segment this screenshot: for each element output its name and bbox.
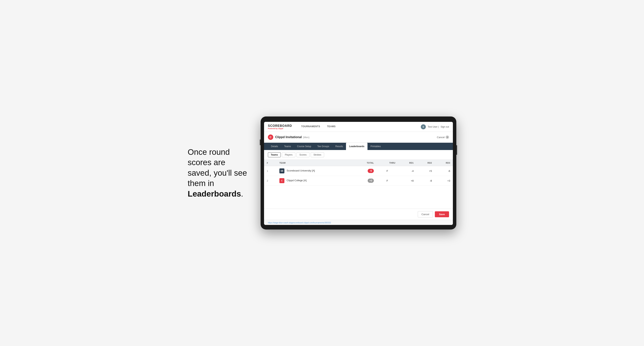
nav-links: TOURNAMENTS TEAMS	[298, 122, 421, 132]
sidebar-line3: saved, you'll see	[188, 169, 247, 177]
tabs-bar: Details Teams Course Setup Tee Groups Re…	[264, 143, 453, 150]
sidebar-line1: Once round	[188, 148, 230, 157]
cancel-button[interactable]: Cancel	[418, 211, 433, 217]
tablet-screen: SCOREBOARD Powered by clippd TOURNAMENTS…	[264, 122, 453, 225]
logo-title: SCOREBOARD	[268, 124, 292, 128]
nav-teams[interactable]: TEAMS	[324, 122, 339, 132]
top-nav: SCOREBOARD Powered by clippd TOURNAMENTS…	[264, 122, 453, 132]
tournament-icon: C	[268, 135, 273, 140]
avatar: S	[421, 124, 426, 129]
team-name-2: Clippd College [A]	[287, 179, 307, 182]
tab-teams[interactable]: Teams	[281, 143, 294, 150]
url-text: https://stage-blue-coach.stagescoreboard…	[268, 222, 331, 224]
col-team: TEAM	[277, 160, 353, 166]
sign-out-link[interactable]: Sign out	[440, 126, 449, 128]
rank-1: 1	[267, 170, 268, 173]
tablet-device: SCOREBOARD Powered by clippd TOURNAMENTS…	[260, 117, 456, 229]
tab-details[interactable]: Details	[268, 143, 281, 150]
rank-2: 2	[267, 179, 268, 182]
tournament-sub: (Men)	[303, 136, 310, 139]
thru-2: F	[376, 176, 398, 186]
table-row: 1 SB Scoreboard University [A] -5 F -4 +…	[264, 166, 453, 176]
cancel-label: Cancel	[437, 136, 444, 139]
col-rank: #	[264, 160, 277, 166]
team-name-1: Scoreboard University [A]	[287, 169, 315, 172]
footer-bar: Cancel Save	[264, 209, 453, 220]
table-header-row: # TEAM TOTAL THRU RD1 RD2 RD3	[264, 160, 453, 166]
tab-leaderboards[interactable]: Leaderboards	[346, 143, 367, 150]
team-logo-c: C	[280, 178, 284, 183]
col-thru: THRU	[376, 160, 398, 166]
tab-tee-groups[interactable]: Tee Groups	[314, 143, 332, 150]
nav-tournaments[interactable]: TOURNAMENTS	[298, 122, 324, 132]
tournament-cancel-button[interactable]: Cancel ✕	[437, 136, 449, 139]
tab-printables[interactable]: Printables	[368, 143, 384, 150]
total-score-1: -5	[368, 169, 374, 173]
rd1-1: -4	[398, 166, 416, 176]
rd2-1: +5	[416, 166, 434, 176]
rd3-1: -6	[435, 166, 453, 176]
tablet-button-left	[260, 140, 260, 145]
logo-area: SCOREBOARD Powered by clippd	[268, 124, 292, 130]
filter-bar: Teams Players Scores Strokes	[264, 150, 453, 160]
page-wrapper: Once round scores are saved, you'll see …	[188, 117, 456, 229]
team-logo-sb: SB	[280, 169, 284, 173]
tab-course-setup[interactable]: Course Setup	[294, 143, 314, 150]
logo-sub: Powered by clippd	[268, 128, 292, 130]
filter-strokes[interactable]: Strokes	[311, 152, 324, 157]
rd3-2: +3	[435, 176, 453, 186]
tournament-header: C Clippd Invitational (Men) Cancel ✕	[264, 132, 453, 143]
col-rd2: RD2	[416, 160, 434, 166]
thru-1: F	[376, 166, 398, 176]
user-name: Test User |	[428, 126, 439, 128]
sidebar-line5-bold: Leaderboards	[188, 189, 241, 198]
tab-results[interactable]: Results	[332, 143, 346, 150]
sidebar-text: Once round scores are saved, you'll see …	[188, 147, 249, 199]
sidebar-line2: scores are	[188, 158, 225, 167]
filter-players[interactable]: Players	[282, 152, 295, 157]
table-spacer	[264, 186, 453, 209]
save-button[interactable]: Save	[435, 211, 449, 217]
close-icon[interactable]: ✕	[446, 136, 449, 139]
tournament-name: Clippd Invitational	[275, 136, 302, 139]
clippd-brand: clippd	[278, 128, 283, 130]
leaderboard-table: # TEAM TOTAL THRU RD1 RD2 RD3 1 SB	[264, 160, 453, 186]
nav-user: S Test User | Sign out	[421, 124, 449, 129]
filter-scores[interactable]: Scores	[296, 152, 309, 157]
col-rd1: RD1	[398, 160, 416, 166]
tablet-button-right	[456, 145, 457, 155]
sidebar-line4: them in	[188, 179, 214, 188]
filter-teams[interactable]: Teams	[268, 152, 281, 157]
total-score-2: +3	[368, 178, 374, 183]
col-rd3: RD3	[435, 160, 453, 166]
sidebar-period: .	[241, 189, 243, 198]
url-bar: https://stage-blue-coach.stagescoreboard…	[264, 220, 453, 225]
rd1-2: +8	[398, 176, 416, 186]
rd2-2: -8	[416, 176, 434, 186]
table-row: 2 C Clippd College [A] +3 F +8 -8 +3	[264, 176, 453, 186]
col-total: TOTAL	[353, 160, 377, 166]
